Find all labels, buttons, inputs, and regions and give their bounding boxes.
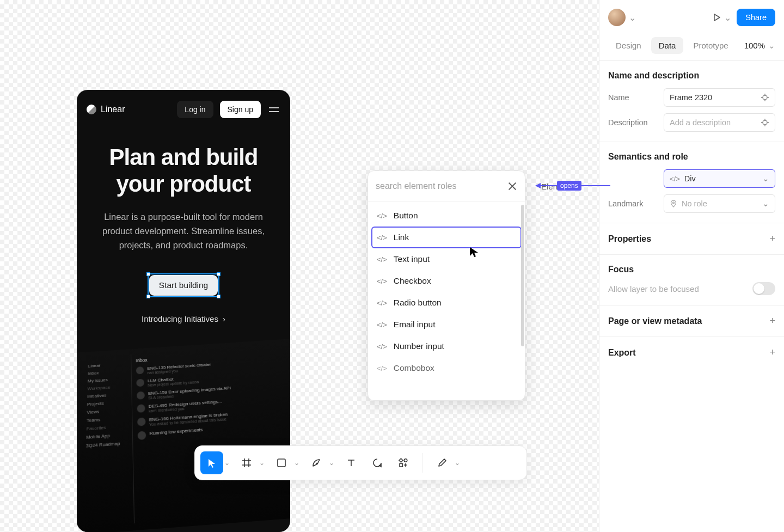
menu-icon[interactable]: [267, 103, 280, 116]
panel-top: ⌄ ⌄ Share: [599, 0, 784, 26]
section-page-meta[interactable]: Page or view metadata +: [599, 305, 784, 337]
landmark-label: Landmark: [608, 199, 664, 208]
target-icon[interactable]: [761, 93, 769, 102]
comment-tool[interactable]: [366, 451, 389, 474]
code-icon: </>: [377, 255, 387, 264]
move-tool[interactable]: [200, 451, 223, 474]
svg-point-6: [404, 459, 407, 462]
chevron-down-icon[interactable]: ⌄: [329, 459, 336, 467]
role-list[interactable]: </> Button </> Link </> Text input </> C…: [368, 201, 525, 400]
avatar-icon: [608, 9, 626, 26]
actions-tool[interactable]: [392, 451, 415, 474]
present-button[interactable]: ⌄: [712, 13, 731, 23]
code-icon: </>: [377, 321, 387, 329]
section-title: Name and description: [608, 71, 775, 81]
name-label: Name: [608, 93, 664, 102]
login-button[interactable]: Log in: [177, 101, 213, 118]
landmark-select[interactable]: No role ⌄: [664, 194, 775, 213]
shapes-plus-icon: [398, 457, 409, 468]
role-search-popover: </> Button </> Link </> Text input </> C…: [367, 170, 525, 401]
panel-tabs: Design Data Prototype 100% ⌄: [599, 26, 784, 61]
pencil-icon: [437, 457, 448, 468]
annotation-arrow: opens: [535, 183, 610, 188]
annotation-label: opens: [557, 181, 581, 191]
element-role-select[interactable]: </> Div ⌄: [664, 169, 775, 188]
name-field[interactable]: Frame 2320: [664, 88, 775, 107]
section-name-description: Name and description Name Frame 2320 Des…: [599, 61, 784, 142]
start-building-button[interactable]: Start building: [149, 275, 218, 296]
chevron-down-icon: ⌄: [724, 13, 731, 23]
role-option-link[interactable]: </> Link: [371, 227, 522, 248]
play-icon: [712, 13, 722, 22]
hero: Plan and build your product Linear is a …: [77, 126, 290, 324]
frame-tool[interactable]: [235, 451, 258, 474]
section-semantics: Semantics and role Element </> Div ⌄ Lan…: [599, 142, 784, 223]
brand-name: Linear: [101, 105, 125, 114]
code-icon: </>: [377, 299, 387, 307]
chevron-down-icon: ⌄: [629, 13, 636, 23]
tab-data[interactable]: Data: [651, 37, 684, 54]
plus-icon[interactable]: +: [769, 233, 775, 244]
target-icon[interactable]: [761, 118, 769, 127]
svg-point-1: [763, 120, 767, 125]
share-button[interactable]: Share: [737, 9, 775, 26]
rectangle-icon: [276, 457, 287, 468]
tab-prototype[interactable]: Prototype: [685, 37, 736, 54]
location-icon: [670, 200, 677, 207]
shape-tool[interactable]: [270, 451, 293, 474]
role-option-checkbox[interactable]: </> Checkbox: [371, 270, 522, 292]
cursor-icon: [206, 457, 217, 468]
linear-logo-icon: [87, 105, 96, 114]
chevron-down-icon[interactable]: ⌄: [224, 459, 232, 467]
chevron-down-icon[interactable]: ⌄: [259, 459, 267, 467]
plus-icon[interactable]: +: [769, 315, 775, 327]
zoom-control[interactable]: 100% ⌄: [744, 41, 775, 51]
focus-allow-label: Allow layer to be focused: [608, 284, 699, 293]
frame-icon: [241, 457, 252, 468]
code-icon: </>: [377, 234, 387, 242]
role-option-combobox[interactable]: </> Combobox: [371, 357, 522, 379]
chevron-right-icon: ›: [223, 314, 225, 323]
plus-icon[interactable]: +: [769, 347, 775, 358]
chevron-down-icon[interactable]: ⌄: [455, 459, 462, 467]
role-option-radio[interactable]: </> Radio button: [371, 292, 522, 314]
svg-point-0: [763, 95, 767, 100]
focus-toggle[interactable]: [752, 282, 775, 295]
description-field[interactable]: Add a description: [664, 113, 775, 132]
pen-icon: [311, 457, 322, 468]
role-option-button[interactable]: </> Button: [371, 205, 522, 227]
selection-handle-icon[interactable]: [217, 272, 220, 276]
signup-button[interactable]: Sign up: [220, 101, 261, 118]
text-tool[interactable]: [340, 451, 363, 474]
chevron-down-icon: ⌄: [768, 41, 775, 51]
section-properties[interactable]: Properties +: [599, 223, 784, 255]
tab-design[interactable]: Design: [608, 37, 649, 54]
svg-rect-3: [278, 459, 285, 467]
user-menu[interactable]: ⌄: [608, 9, 636, 26]
chevron-down-icon: ⌄: [762, 174, 769, 183]
comment-icon: [372, 457, 383, 468]
code-icon: </>: [670, 175, 680, 183]
intro-link[interactable]: Introducing Initiatives ›: [142, 314, 225, 323]
edit-tool[interactable]: [431, 451, 454, 474]
section-focus: Focus Allow layer to be focused: [599, 255, 784, 305]
bottom-toolbar: ⌄ ⌄ ⌄ ⌄: [194, 445, 527, 480]
chevron-down-icon[interactable]: ⌄: [294, 459, 302, 467]
auth-controls: Log in Sign up: [177, 101, 280, 118]
selection-box[interactable]: Start building: [149, 275, 218, 296]
code-icon: </>: [377, 343, 387, 351]
scrollbar-thumb[interactable]: [521, 205, 524, 346]
pen-tool[interactable]: [305, 451, 328, 474]
popover-search-row: [368, 171, 525, 201]
close-icon[interactable]: [507, 181, 517, 191]
code-icon: </>: [377, 364, 387, 372]
role-option-text-input[interactable]: </> Text input: [371, 248, 522, 270]
selection-handle-icon[interactable]: [146, 272, 150, 276]
svg-rect-5: [399, 458, 403, 462]
svg-point-2: [673, 202, 675, 204]
role-option-number-input[interactable]: </> Number input: [371, 335, 522, 357]
role-option-email-input[interactable]: </> Email input: [371, 314, 522, 335]
section-export[interactable]: Export +: [599, 337, 784, 368]
role-search-input[interactable]: [376, 181, 507, 191]
mockup-app-preview: Linear Inbox My issues Workspace Initiat…: [77, 339, 290, 532]
